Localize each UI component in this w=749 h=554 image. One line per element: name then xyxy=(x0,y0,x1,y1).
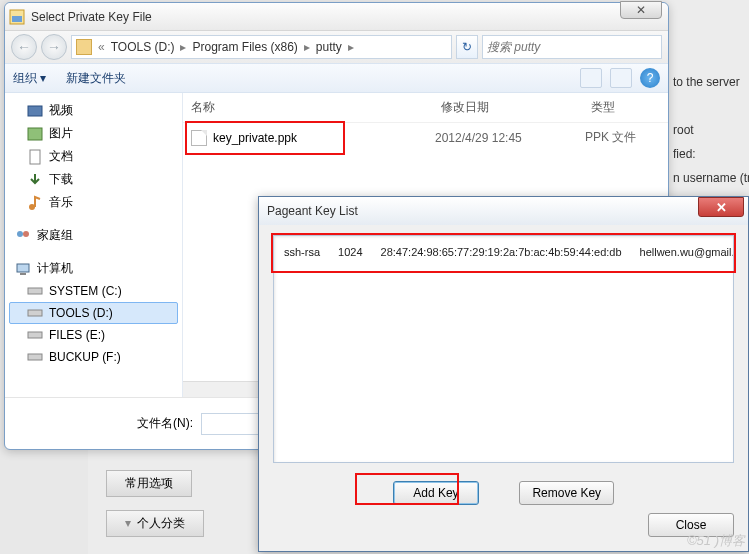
breadcrumb-seg[interactable]: Program Files (x86) xyxy=(192,40,297,54)
chevron-icon: « xyxy=(96,40,107,54)
view-options-button[interactable] xyxy=(580,68,602,88)
col-name[interactable]: 名称 xyxy=(191,99,441,116)
close-button[interactable]: ✕ xyxy=(620,1,662,19)
sidebar-item-drive-e[interactable]: FILES (E:) xyxy=(9,324,178,346)
drive-icon xyxy=(27,283,43,299)
filename-label: 文件名(N): xyxy=(137,415,193,432)
col-type[interactable]: 类型 xyxy=(591,99,660,116)
back-button[interactable]: ← xyxy=(11,34,37,60)
file-name: key_private.ppk xyxy=(213,131,297,145)
svg-rect-4 xyxy=(30,150,40,164)
file-row[interactable]: key_private.ppk 2012/4/29 12:45 PPK 文件 xyxy=(183,123,668,152)
key-fingerprint: 28:47:24:98:65:77:29:19:2a:7b:ac:4b:59:4… xyxy=(381,246,622,258)
preview-pane-button[interactable] xyxy=(610,68,632,88)
add-key-button[interactable]: Add Key xyxy=(393,481,479,505)
svg-rect-13 xyxy=(28,354,42,360)
key-comment: hellwen.wu@gmail.com xyxy=(640,246,734,258)
svg-rect-10 xyxy=(28,288,42,294)
address-bar: ← → « TOOLS (D:) ▸ Program Files (x86) ▸… xyxy=(5,31,668,63)
sidebar-item-drive-c[interactable]: SYSTEM (C:) xyxy=(9,280,178,302)
search-input[interactable] xyxy=(482,35,662,59)
breadcrumb-seg[interactable]: TOOLS (D:) xyxy=(111,40,175,54)
titlebar[interactable]: Select Private Key File ✕ xyxy=(5,3,668,31)
sidebar-item-drive-d[interactable]: TOOLS (D:) xyxy=(9,302,178,324)
toolbar: 组织 ▾ 新建文件夹 ? xyxy=(5,63,668,93)
sidebar-item-video[interactable]: 视频 xyxy=(9,99,178,122)
drive-icon xyxy=(27,327,43,343)
svg-rect-2 xyxy=(28,106,42,116)
forward-button[interactable]: → xyxy=(41,34,67,60)
breadcrumb-seg[interactable]: putty xyxy=(316,40,342,54)
pictures-icon xyxy=(27,126,43,142)
drive-icon xyxy=(76,39,92,55)
drive-icon xyxy=(27,349,43,365)
sidebar-item-homegroup[interactable]: 家庭组 xyxy=(9,224,178,247)
key-list[interactable]: ssh-rsa 1024 28:47:24:98:65:77:29:19:2a:… xyxy=(273,235,734,463)
tab-common-options[interactable]: 常用选项 xyxy=(106,470,192,497)
chevron-right-icon: ▸ xyxy=(346,40,356,54)
chevron-right-icon: ▸ xyxy=(178,40,188,54)
video-icon xyxy=(27,103,43,119)
help-icon[interactable]: ? xyxy=(640,68,660,88)
pageant-window: Pageant Key List ✕ ssh-rsa 1024 28:47:24… xyxy=(258,196,749,552)
svg-rect-8 xyxy=(17,264,29,272)
svg-point-7 xyxy=(23,231,29,237)
remove-key-button[interactable]: Remove Key xyxy=(519,481,614,505)
nav-pane: 视频 图片 文档 下载 音乐 家庭组 计算机 SYSTEM (C:) TOOLS… xyxy=(5,93,183,397)
window-title: Select Private Key File xyxy=(31,10,664,24)
key-bits: 1024 xyxy=(338,246,362,258)
svg-rect-12 xyxy=(28,332,42,338)
chevron-right-icon: ▸ xyxy=(302,40,312,54)
file-type: PPK 文件 xyxy=(585,129,660,146)
bg-text: n username (tran xyxy=(671,166,749,190)
homegroup-icon xyxy=(15,228,31,244)
col-modified[interactable]: 修改日期 xyxy=(441,99,591,116)
drive-icon xyxy=(27,305,43,321)
documents-icon xyxy=(27,149,43,165)
bg-text: to the server xyxy=(671,70,749,94)
organize-menu[interactable]: 组织 ▾ xyxy=(13,70,46,87)
svg-rect-3 xyxy=(28,128,42,140)
watermark: ©51 )博客 xyxy=(687,532,745,550)
svg-point-6 xyxy=(17,231,23,237)
file-icon xyxy=(191,130,207,146)
sidebar-item-pictures[interactable]: 图片 xyxy=(9,122,178,145)
new-folder-button[interactable]: 新建文件夹 xyxy=(66,70,126,87)
music-icon xyxy=(27,195,43,211)
sidebar-item-music[interactable]: 音乐 xyxy=(9,191,178,214)
sidebar-item-documents[interactable]: 文档 xyxy=(9,145,178,168)
file-modified: 2012/4/29 12:45 xyxy=(435,131,585,145)
tab-personal-category[interactable]: ▾个人分类 xyxy=(106,510,204,537)
key-row[interactable]: ssh-rsa 1024 28:47:24:98:65:77:29:19:2a:… xyxy=(274,236,733,258)
svg-rect-1 xyxy=(12,16,22,22)
downloads-icon xyxy=(27,172,43,188)
bg-text: root xyxy=(671,118,749,142)
sidebar-item-downloads[interactable]: 下载 xyxy=(9,168,178,191)
svg-rect-9 xyxy=(20,273,26,275)
sidebar-item-drive-f[interactable]: BUCKUP (F:) xyxy=(9,346,178,368)
app-icon xyxy=(9,9,25,25)
pageant-titlebar[interactable]: Pageant Key List xyxy=(259,197,748,225)
close-button[interactable]: ✕ xyxy=(698,197,744,217)
computer-icon xyxy=(15,261,31,277)
svg-rect-11 xyxy=(28,310,42,316)
bg-text: fied: xyxy=(671,142,749,166)
refresh-button[interactable]: ↻ xyxy=(456,35,478,59)
breadcrumb[interactable]: « TOOLS (D:) ▸ Program Files (x86) ▸ put… xyxy=(71,35,452,59)
sidebar-item-computer[interactable]: 计算机 xyxy=(9,257,178,280)
key-algo: ssh-rsa xyxy=(284,246,320,258)
